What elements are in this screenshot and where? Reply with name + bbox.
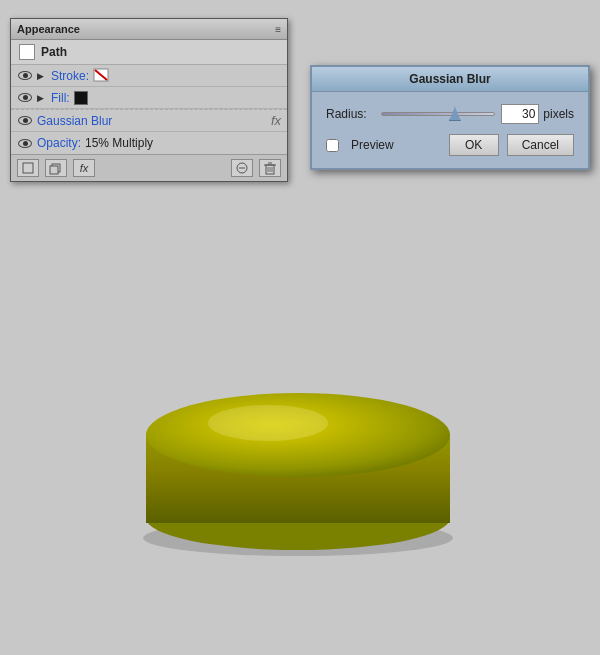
radius-slider-track[interactable] [381,112,496,116]
path-icon [19,44,35,60]
puck-svg [120,333,480,563]
dialog-title: Gaussian Blur [409,72,490,86]
svg-rect-2 [23,163,33,173]
stroke-arrow[interactable]: ▶ [37,71,47,81]
gaussian-blur-label[interactable]: Gaussian Blur [37,114,112,128]
radius-unit: pixels [543,107,574,121]
radius-input[interactable] [501,104,539,124]
stroke-row: ▶ Stroke: [11,65,287,87]
fill-arrow[interactable]: ▶ [37,93,47,103]
path-label: Path [41,45,67,59]
fill-row: ▶ Fill: [11,87,287,109]
stroke-swatch[interactable] [93,68,111,83]
panel-body: Path ▶ Stroke: ▶ Fill: [11,40,287,154]
fill-swatch[interactable] [74,91,88,105]
trash-icon [263,161,277,175]
canvas-area [0,240,600,655]
stroke-label[interactable]: Stroke: [51,69,89,83]
stroke-swatch-icon [93,68,111,83]
radius-slider-thumb[interactable] [449,107,461,121]
ok-button[interactable]: OK [449,134,499,156]
gaussian-visibility-eye[interactable] [17,115,33,127]
opacity-value: 15% Multiply [85,136,153,150]
panel-title: Appearance [17,23,80,35]
svg-rect-4 [50,166,58,174]
fill-label[interactable]: Fill: [51,91,70,105]
gaussian-blur-row: Gaussian Blur fx [11,110,287,132]
duplicate-icon [49,161,63,175]
preview-label[interactable]: Preview [351,138,394,152]
radius-row: Radius: pixels [326,104,574,124]
opacity-visibility-eye[interactable] [17,137,33,149]
dialog-buttons-row: Preview OK Cancel [326,134,574,156]
panel-footer: fx [11,154,287,181]
duplicate-button[interactable] [45,159,67,177]
panel-menu-icon[interactable]: ≡ [275,24,281,35]
dialog-titlebar: Gaussian Blur [312,67,588,92]
clear-button[interactable] [231,159,253,177]
opacity-label[interactable]: Opacity: [37,136,81,150]
fill-visibility-eye[interactable] [17,92,33,104]
appearance-panel: Appearance ≡ Path ▶ Stroke: [10,18,288,182]
panel-titlebar: Appearance ≡ [11,19,287,40]
delete-button[interactable] [259,159,281,177]
clear-icon [235,161,249,175]
stroke-visibility-eye[interactable] [17,70,33,82]
gaussian-blur-dialog: Gaussian Blur Radius: pixels Preview OK … [310,65,590,170]
radius-label: Radius: [326,107,367,121]
puck-highlight [208,405,328,441]
preview-checkbox[interactable] [326,139,339,152]
fx-button[interactable]: fx [73,159,95,177]
fx-badge: fx [271,113,281,128]
opacity-row: Opacity: 15% Multiply [11,132,287,154]
cancel-button[interactable]: Cancel [507,134,574,156]
new-layer-icon [21,161,35,175]
panel-path-row: Path [11,40,287,65]
new-layer-button[interactable] [17,159,39,177]
dialog-body: Radius: pixels Preview OK Cancel [312,92,588,168]
